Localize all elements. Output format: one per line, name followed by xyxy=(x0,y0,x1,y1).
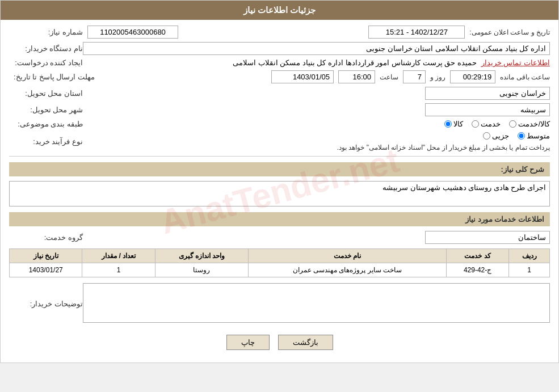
deadline-label: مهلت ارسال پاسخ تا تاریخ: xyxy=(9,73,95,81)
city-row: سربیشه شهر محل تحویل: xyxy=(9,103,550,116)
motavasset-label: متوسط xyxy=(527,132,550,140)
cell-quantity: 1 xyxy=(82,263,155,277)
col-unit: واحد اندازه گیری xyxy=(155,249,248,263)
page-header: جزئیات اطلاعات نیاز xyxy=(1,1,558,20)
date-value: 1403/01/05 xyxy=(271,70,334,83)
need-number-label: شماره نیاز: xyxy=(9,28,83,36)
buyer-comments-row: توضیحات خریدار: xyxy=(9,283,550,324)
kala-label: کالا xyxy=(453,120,463,128)
motavasset-radio[interactable] xyxy=(518,132,525,140)
remaining-label: ساعت باقی مانده xyxy=(500,73,550,81)
service-group-label: گروه خدمت: xyxy=(9,233,83,242)
cell-row: 1 xyxy=(509,263,550,277)
jozi-radio[interactable] xyxy=(483,132,490,140)
purchase-type-radio-group: متوسط جزیی xyxy=(83,132,550,140)
kala-khedmat-label: کالا/خدمت xyxy=(518,120,550,128)
print-button[interactable]: چاپ xyxy=(226,335,270,350)
province-value: خراسان جنوبی xyxy=(425,87,550,100)
contact-link[interactable]: اطلاعات تماس خریدار xyxy=(481,58,550,67)
purchase-type-label: نوع فرآیند خرید: xyxy=(9,137,83,146)
days-label: روز و xyxy=(430,73,445,81)
table-row: 1ج-42-429ساخت سایر پروژه‌های مهندسی عمرا… xyxy=(10,263,550,277)
jozi-label: جزیی xyxy=(492,132,509,140)
col-service-name: نام خدمت xyxy=(249,249,447,263)
announce-row: تاریخ و ساعت اعلان عمومی: 1402/12/27 - 1… xyxy=(9,26,550,39)
col-service-code: کد خدمت xyxy=(446,249,509,263)
time-value: 16:00 xyxy=(338,70,375,83)
purchase-motavasset: متوسط xyxy=(518,132,550,140)
khedmat-label: خدمت xyxy=(481,120,501,128)
back-button[interactable]: بازگشت xyxy=(278,335,333,350)
deadline-row: ساعت باقی مانده 00:29:19 روز و 7 ساعت 16… xyxy=(9,70,550,83)
bottom-buttons: بازگشت چاپ xyxy=(9,328,550,357)
cell-service_code: ج-42-429 xyxy=(446,263,509,277)
category-row: کالا/خدمت خدمت کالا طبقه بندی موضوعی: xyxy=(9,120,550,128)
creator-row: اطلاعات تماس خریدار حمیده حق پرست کارشنا… xyxy=(9,58,550,67)
city-label: شهر محل تحویل: xyxy=(9,106,83,114)
category-khedmat: خدمت xyxy=(472,120,501,128)
col-quantity: تعداد / مقدار xyxy=(82,249,155,263)
purchase-notice: پرداخت تمام یا بخشی از مبلغ خریدار از مح… xyxy=(83,144,550,151)
announce-date: 1402/12/27 - 15:21 xyxy=(368,26,465,39)
need-desc-row: اجرای طرح هادی روستای دهشیب شهرستان سربی… xyxy=(9,181,550,206)
days-value: 7 xyxy=(403,70,426,83)
time-label: ساعت xyxy=(380,73,398,81)
service-group-row: ساختمان گروه خدمت: xyxy=(9,231,550,244)
buyer-org-value: اداره کل بنیاد مسکن انقلاب اسلامی استان … xyxy=(83,42,550,55)
buyer-comments-label: توضیحات خریدار: xyxy=(9,300,83,308)
need-desc-section-title: شرح کلی نیاز: xyxy=(9,162,550,176)
city-value: سربیشه xyxy=(425,103,550,116)
services-table: ردیف کد خدمت نام خدمت واحد اندازه گیری ت… xyxy=(9,248,550,277)
kala-khedmat-radio[interactable] xyxy=(509,120,516,128)
kala-radio[interactable] xyxy=(444,120,452,128)
service-group-value: ساختمان xyxy=(425,231,550,244)
purchase-jozi: جزیی xyxy=(483,132,509,140)
date-label: تاریخ و ساعت اعلان عمومی: xyxy=(469,28,550,36)
buyer-comments-input[interactable] xyxy=(83,283,550,323)
page-title: جزئیات اطلاعات نیاز xyxy=(243,5,316,15)
col-date: تاریخ نیاز xyxy=(10,249,82,263)
remaining-value: 00:29:19 xyxy=(450,70,495,83)
category-label: طبقه بندی موضوعی: xyxy=(9,120,83,128)
cell-service_name: ساخت سایر پروژه‌های مهندسی عمران xyxy=(249,263,447,277)
buyer-org-row: اداره کل بنیاد مسکن انقلاب اسلامی استان … xyxy=(9,42,550,55)
need-desc-value: اجرای طرح هادی روستای دهشیب شهرستان سربی… xyxy=(9,181,550,206)
purchase-type-row: متوسط جزیی پرداخت تمام یا بخشی از مبلغ خ… xyxy=(9,132,550,151)
category-radio-group: کالا/خدمت خدمت کالا xyxy=(83,120,550,128)
khedmat-radio[interactable] xyxy=(472,120,479,128)
cell-date: 1403/01/27 xyxy=(10,263,82,277)
need-id-value: 1102005463000680 xyxy=(87,26,178,39)
category-kala: کالا xyxy=(444,120,463,128)
province-label: استان محل تحویل: xyxy=(9,89,83,98)
creator-value: حمیده حق پرست کارشناس امور قراردادها ادا… xyxy=(233,58,477,67)
category-kala-khedmat: کالا/خدمت xyxy=(509,120,550,128)
creator-label: ایجاد کننده درخواست: xyxy=(9,58,83,67)
cell-unit: روستا xyxy=(155,263,248,277)
buyer-org-label: نام دستگاه خریدار: xyxy=(9,44,83,53)
col-row: ردیف xyxy=(509,249,550,263)
services-section-title: اطلاعات خدمات مورد نیاز xyxy=(9,212,550,226)
province-row: خراسان جنوبی استان محل تحویل: xyxy=(9,87,550,100)
